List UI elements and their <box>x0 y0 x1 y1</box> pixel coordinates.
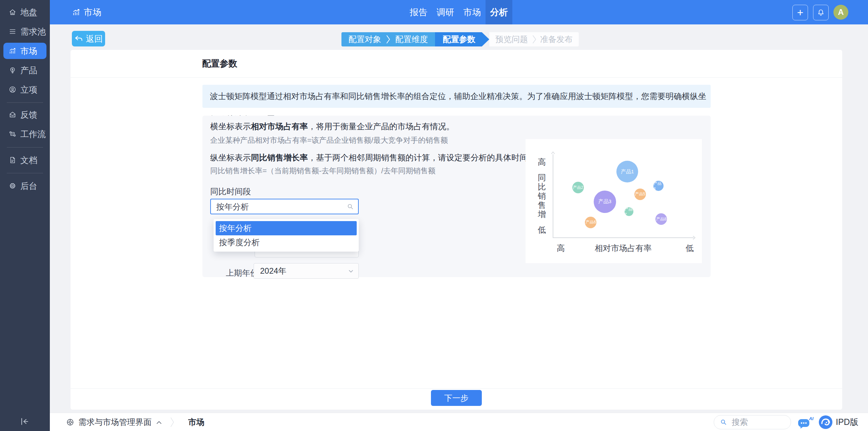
trend-icon <box>9 47 16 55</box>
sidebar-item-label: 市场 <box>20 43 37 59</box>
person-icon <box>9 86 16 93</box>
sidebar-item-label: 地盘 <box>20 4 37 20</box>
workspace-wheel-icon <box>66 418 74 426</box>
step-ready-publish[interactable]: 准备发布 <box>534 32 579 46</box>
prev-year-value: 2024年 <box>260 263 286 278</box>
ipd-logo-icon <box>819 415 832 429</box>
breadcrumb[interactable]: 市场 <box>188 413 204 431</box>
sidebar-item-label: 需求池 <box>20 23 46 40</box>
workflow-icon <box>9 130 16 138</box>
tab-research[interactable]: 调研 <box>432 0 459 24</box>
ai-assistant-icon[interactable]: AI <box>798 416 814 429</box>
period-field-label: 同比时间段 <box>210 186 251 197</box>
back-label: 返回 <box>86 33 103 44</box>
gear-icon <box>9 182 16 190</box>
sidebar-item-docs[interactable]: 文档 <box>0 152 50 168</box>
sidebar-item-demand-pool[interactable]: 需求池 <box>0 23 50 40</box>
notifications-button[interactable] <box>813 5 829 20</box>
sidebar-item-label: 工作流 <box>20 126 46 142</box>
dropdown-option-quarterly[interactable]: 按季度分析 <box>216 235 357 250</box>
chart-bubble: 产品6 <box>585 217 596 228</box>
x-axis-formula: 企业某种产品相对市场占有率=该产品企业销售额/最大竞争对手的销售额 <box>210 135 448 145</box>
back-button[interactable]: 返回 <box>72 31 105 46</box>
sidebar-item-feedback[interactable]: 反馈 <box>0 106 50 123</box>
sidebar-divider <box>7 173 43 173</box>
sidebar-item-label: 文档 <box>20 152 37 168</box>
sidebar-item-label: 后台 <box>20 178 37 194</box>
chart-bubble: 产品2 <box>572 182 584 193</box>
bulb-icon <box>9 66 16 74</box>
sidebar-divider <box>7 102 43 103</box>
chart-bubble: 产品7 <box>625 207 633 216</box>
search-box[interactable] <box>714 415 791 429</box>
chart-bubble: 产品1 <box>616 161 638 182</box>
wizard-steps: 配置对象 配置维度 配置参数 预览问题 准备发布 <box>341 32 579 46</box>
period-input[interactable] <box>216 200 342 214</box>
plus-icon: + <box>797 6 804 19</box>
trend-icon <box>72 8 80 16</box>
mail-icon <box>9 111 16 118</box>
prev-year-select[interactable]: 2024年 <box>254 263 359 279</box>
step-configure-dimension[interactable]: 配置维度 <box>388 32 435 46</box>
chevron-right-icon <box>169 416 175 428</box>
x-axis-description: 横坐标表示相对市场占有率，将用于衡量企业产品的市场占有情况。 <box>210 121 454 132</box>
back-arrow-icon <box>74 35 83 42</box>
chart-bubbles: 产品1产品2产品3产品4产品5产品6产品7产品8 <box>526 139 702 263</box>
bottombar: 需求与市场管理界面 市场 AI IPD版3.4 <box>50 413 868 431</box>
bell-icon <box>817 8 825 17</box>
sidebar: 地盘 需求池 市场 产品 立项 反馈 工作流 <box>0 0 50 431</box>
period-combobox[interactable] <box>210 199 359 214</box>
y-axis-formula: 同比销售增长率=（当前期销售额-去年同期销售额）/去年同期销售额 <box>210 166 435 176</box>
y-axis-description: 纵坐标表示同比销售增长率，基于两个相邻周期销售额的计算，请设定要分析的具体时间。 <box>210 152 536 163</box>
chevron-down-icon <box>348 269 354 274</box>
topbar-app-label: 市场 <box>84 6 101 18</box>
dropdown-option-yearly[interactable]: 按年分析 <box>216 221 357 235</box>
version-label: IPD版3.4 <box>836 413 868 431</box>
topbar-tabs: 报告 调研 市场 分析 <box>405 0 512 24</box>
sidebar-item-label: 产品 <box>20 62 37 78</box>
sidebar-divider <box>7 147 43 148</box>
add-button[interactable]: + <box>792 5 808 20</box>
tab-analysis[interactable]: 分析 <box>486 0 512 24</box>
chart-bubble: 产品4 <box>653 181 664 191</box>
sidebar-item-product[interactable]: 产品 <box>0 62 50 78</box>
search-icon <box>720 419 727 426</box>
tab-market[interactable]: 市场 <box>459 0 486 24</box>
divider <box>71 77 842 78</box>
bcg-bubble-chart: 高 同比销售增 低 高 相对市场占有率 低 产品1产品2产品3产品4产品5产品6… <box>526 139 702 263</box>
sidebar-item-project[interactable]: 立项 <box>0 81 50 98</box>
sidebar-item-market[interactable]: 市场 <box>0 43 50 59</box>
menu-icon <box>9 28 16 35</box>
content-card: 配置参数 波士顿矩阵模型通过相对市场占有率和同比销售增长率的组合定位，辅助企业精… <box>71 50 842 410</box>
tab-report[interactable]: 报告 <box>405 0 432 24</box>
next-step-button[interactable]: 下一步 <box>431 390 482 406</box>
period-dropdown: 按年分析 按季度分析 <box>214 219 359 252</box>
home-icon <box>9 8 16 16</box>
collapse-left-icon[interactable] <box>19 417 29 426</box>
workspace-switcher[interactable]: 需求与市场管理界面 <box>78 413 152 431</box>
chart-bubble: 产品5 <box>634 189 646 200</box>
divider <box>71 388 842 389</box>
info-banner: 波士顿矩阵模型通过相对市场占有率和同比销售增长率的组合定位，辅助企业精准决策。为… <box>202 85 711 108</box>
sidebar-item-home[interactable]: 地盘 <box>0 4 50 20</box>
chevron-right-icon <box>532 35 537 44</box>
sidebar-item-workflow[interactable]: 工作流 <box>0 126 50 142</box>
ai-label: AI <box>809 416 813 421</box>
search-icon <box>347 203 354 210</box>
chevron-right-icon <box>386 35 391 44</box>
chart-bubble: 产品3 <box>594 191 616 213</box>
chevron-up-icon[interactable] <box>156 420 162 425</box>
page-title: 配置参数 <box>202 50 237 77</box>
step-preview-questions[interactable]: 预览问题 <box>489 32 534 46</box>
chart-bubble: 产品8 <box>655 213 667 225</box>
step-configure-object[interactable]: 配置对象 <box>341 32 388 46</box>
doc-icon <box>9 156 16 164</box>
avatar[interactable]: A <box>833 5 848 20</box>
sidebar-item-label: 反馈 <box>20 106 37 123</box>
search-input[interactable] <box>731 416 787 428</box>
topbar: 市场 报告 调研 市场 分析 + A <box>50 0 868 24</box>
sidebar-item-admin[interactable]: 后台 <box>0 178 50 194</box>
sidebar-item-label: 立项 <box>20 81 37 98</box>
step-configure-params[interactable]: 配置参数 <box>435 32 489 46</box>
topbar-app-title: 市场 <box>72 0 101 24</box>
